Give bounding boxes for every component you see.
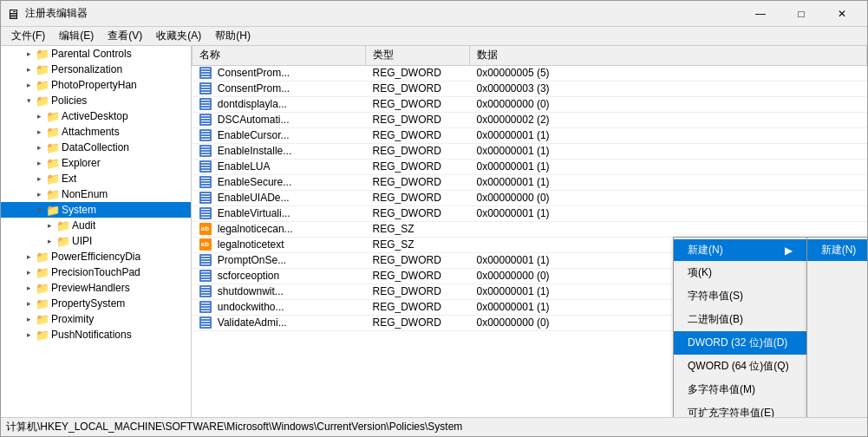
tree-item-datacollection[interactable]: ▸📁DataCollection (1, 140, 191, 155)
tree-item-propertysystem[interactable]: ▸📁PropertySystem (1, 296, 191, 311)
tree-item-attachments[interactable]: ▸📁Attachments (1, 124, 191, 140)
status-bar: 计算机\HKEY_LOCAL_MACHINE\SOFTWARE\Microsof… (1, 417, 867, 436)
maximize-button[interactable]: □ (781, 2, 821, 26)
context-menu-item-1[interactable]: 字符串值(S) (674, 284, 806, 308)
context-menu-item-4[interactable]: QWORD (64 位)值(Q) (674, 355, 806, 378)
cell-type: REG_DWORD (366, 159, 470, 174)
table-row[interactable]: EnableUIADe...REG_DWORD0x00000000 (0) (193, 190, 867, 205)
col-name: 名称 (193, 46, 366, 65)
expand-icon-pushnotifications[interactable]: ▸ (22, 330, 36, 339)
tree-item-personalization[interactable]: ▸📁Personalization (1, 62, 191, 77)
cell-name: ConsentProm... (193, 81, 366, 96)
table-row[interactable]: EnableInstalle...REG_DWORD0x00000001 (1) (193, 143, 867, 159)
close-button[interactable]: ✕ (822, 2, 862, 26)
expand-icon-propertysystem[interactable]: ▸ (22, 299, 36, 308)
tree-item-explorer[interactable]: ▸📁Explorer (1, 155, 191, 171)
tree-panel[interactable]: ▸📁Parental Controls▸📁Personalization▸📁Ph… (1, 46, 192, 417)
tree-label-ext: Ext (62, 173, 76, 185)
expand-icon-system[interactable]: ▾ (32, 205, 46, 214)
tree-item-pushnotifications[interactable]: ▸📁PushNotifications (1, 327, 191, 342)
context-menu-new[interactable]: 新建(N)▶ (674, 239, 806, 261)
table-row[interactable]: EnableVirtuali...REG_DWORD0x00000001 (1) (193, 205, 867, 221)
tree-item-precisiontouchpad[interactable]: ▸📁PrecisionTouchPad (1, 264, 191, 280)
tree-item-parental[interactable]: ▸📁Parental Controls (1, 46, 191, 62)
context-menu-label-6: 可扩充字符串值(E) (688, 406, 774, 417)
folder-icon-propertyproperty: 📁 (36, 79, 49, 92)
tree-label-personalization: Personalization (51, 63, 122, 75)
expand-icon-policies[interactable]: ▾ (22, 96, 36, 105)
minimize-button[interactable]: — (741, 2, 780, 26)
cell-data: 0x00000001 (1) (470, 159, 867, 174)
expand-icon-proximity[interactable]: ▸ (22, 315, 36, 323)
cell-name: EnableInstalle... (193, 143, 366, 159)
cell-type: REG_DWORD (366, 112, 470, 127)
cell-data: 0x00000000 (0) (470, 96, 867, 112)
tree-item-audit[interactable]: ▸📁Audit (1, 218, 191, 233)
reg-dword-icon (199, 145, 212, 157)
expand-icon-powerefficiency[interactable]: ▸ (22, 252, 36, 261)
tree-item-proximity[interactable]: ▸📁Proximity (1, 311, 191, 327)
folder-icon-pushnotifications: 📁 (36, 329, 49, 342)
tree-item-powerefficiency[interactable]: ▸📁PowerEfficiencyDia (1, 249, 191, 264)
table-row[interactable]: ConsentProm...REG_DWORD0x00000005 (5) (193, 65, 867, 81)
table-row[interactable]: DSCAutomati...REG_DWORD0x00000002 (2) (193, 112, 867, 127)
tree-item-policies[interactable]: ▾📁Policies (1, 93, 191, 108)
folder-icon-parental: 📁 (36, 48, 49, 61)
context-menu-item-2[interactable]: 二进制值(B) (674, 308, 806, 331)
expand-icon-nonenum[interactable]: ▸ (32, 190, 46, 199)
table-row[interactable]: EnableLUAREG_DWORD0x00000001 (1) (193, 159, 867, 174)
expand-icon-previewhandlers[interactable]: ▸ (22, 284, 36, 292)
context-menu-item-0[interactable]: 项(K) (674, 261, 806, 284)
folder-icon-previewhandlers: 📁 (36, 282, 49, 295)
folder-icon-activedesktop: 📁 (46, 110, 60, 123)
context-menu-label-2: 二进制值(B) (688, 312, 743, 327)
tree-item-system[interactable]: ▾📁System (1, 202, 191, 218)
tree-item-previewhandlers[interactable]: ▸📁PreviewHandlers (1, 280, 191, 296)
menu-favorites[interactable]: 收藏夹(A) (149, 27, 208, 45)
reg-dword-icon (199, 160, 212, 173)
tree-item-activedesktop[interactable]: ▸📁ActiveDesktop (1, 108, 191, 124)
cell-type: REG_DWORD (366, 81, 470, 96)
tree-item-propertyproperty[interactable]: ▸📁PhotoPropertyHan (1, 77, 191, 93)
expand-icon-audit[interactable]: ▸ (42, 221, 56, 230)
tree-label-system: System (62, 204, 96, 216)
expand-icon-precisiontouchpad[interactable]: ▸ (22, 268, 36, 277)
expand-icon-personalization[interactable]: ▸ (22, 65, 36, 74)
expand-icon-activedesktop[interactable]: ▸ (32, 112, 46, 121)
expand-icon-explorer[interactable]: ▸ (32, 159, 46, 167)
tree-item-nonenum[interactable]: ▸📁NonEnum (1, 186, 191, 202)
tree-label-previewhandlers: PreviewHandlers (51, 282, 130, 294)
cell-data: 0x00000001 (1) (470, 127, 867, 143)
expand-icon-propertyproperty[interactable]: ▸ (22, 81, 36, 89)
folder-icon-explorer: 📁 (46, 157, 60, 170)
context-menu-item-3[interactable]: DWORD (32 位)值(D) (674, 331, 806, 355)
expand-icon-parental[interactable]: ▸ (22, 49, 36, 58)
cell-type: REG_DWORD (366, 252, 470, 268)
col-type: 类型 (366, 46, 470, 65)
table-row[interactable]: EnableCursor...REG_DWORD0x00000001 (1) (193, 127, 867, 143)
table-row[interactable]: ab legalnoticecan...REG_SZ (193, 221, 867, 237)
menu-view[interactable]: 查看(V) (101, 27, 149, 45)
reg-dword-icon (199, 270, 212, 282)
expand-icon-attachments[interactable]: ▸ (32, 127, 46, 136)
tree-item-ext[interactable]: ▸📁Ext (1, 171, 191, 186)
context-menu-item-6[interactable]: 可扩充字符串值(E) (674, 401, 806, 417)
table-row[interactable]: dontdisplayla...REG_DWORD0x00000000 (0) (193, 96, 867, 112)
menu-edit[interactable]: 编辑(E) (52, 27, 101, 45)
context-menu-item-5[interactable]: 多字符串值(M) (674, 378, 806, 401)
menu-file[interactable]: 文件(F) (4, 27, 52, 45)
tree-label-activedesktop: ActiveDesktop (62, 110, 128, 122)
title-bar-controls: — □ ✕ (741, 2, 862, 26)
expand-icon-ext[interactable]: ▸ (32, 174, 46, 183)
cell-data (470, 221, 867, 237)
menu-help[interactable]: 帮助(H) (208, 27, 258, 45)
expand-icon-datacollection[interactable]: ▸ (32, 143, 46, 152)
context-menu-label-4: QWORD (64 位)值(Q) (688, 359, 789, 374)
tree-label-precisiontouchpad: PrecisionTouchPad (51, 266, 140, 278)
table-row[interactable]: EnableSecure...REG_DWORD0x00000001 (1) (193, 174, 867, 190)
table-row[interactable]: ConsentProm...REG_DWORD0x00000003 (3) (193, 81, 867, 96)
tree-item-uipi[interactable]: ▸📁UIPI (1, 233, 191, 249)
cell-name: shutdownwit... (193, 284, 366, 299)
expand-icon-uipi[interactable]: ▸ (42, 237, 56, 245)
submenu-header: 新建(N) ▶ (807, 239, 867, 261)
